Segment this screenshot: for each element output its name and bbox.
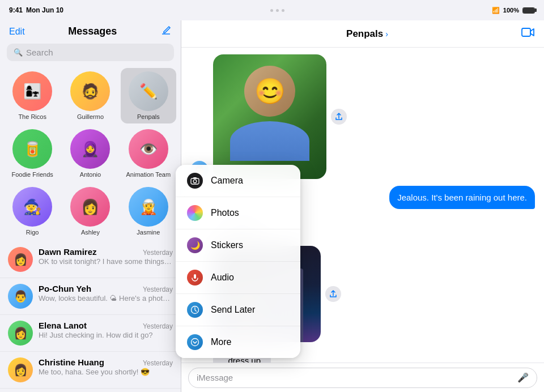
svg-point-7 — [192, 339, 199, 346]
pinned-label-rigo: Rigo — [26, 229, 39, 236]
pinned-label-foodie: Foodie Friends — [11, 171, 53, 178]
pinned-item-guillermo[interactable]: 🧔 Guillermo — [62, 68, 118, 123]
popup-menu: Camera Photos 🌙 Stickers Audio Send — [176, 165, 300, 358]
popup-item-more[interactable]: More — [176, 326, 300, 358]
battery-icon — [522, 7, 535, 14]
audio-icon — [187, 270, 203, 286]
stickers-label: Stickers — [211, 240, 243, 250]
share-photo-button-2[interactable] — [325, 286, 341, 302]
conv-name-dawn: Dawn Ramirez — [39, 247, 97, 257]
status-right: 📶 100% — [492, 7, 535, 14]
mic-icon[interactable]: 🎤 — [517, 372, 529, 383]
bubble-outgoing-1: Jealous. It's been raining out here. — [389, 186, 535, 209]
photos-label: Photos — [211, 208, 239, 218]
search-placeholder: Search — [26, 48, 53, 57]
message-person-photo: 👨 😊 — [190, 54, 535, 179]
pinned-label-ashley: Ashley — [81, 229, 100, 236]
popup-item-sendlater[interactable]: Send Later — [176, 294, 300, 326]
conv-time-dawn: Yesterday — [143, 249, 173, 257]
more-icon — [187, 334, 203, 350]
conv-time-pochun: Yesterday — [143, 286, 173, 293]
dot3 — [282, 9, 284, 12]
battery-level: 100% — [503, 7, 519, 14]
search-icon: 🔍 — [14, 48, 23, 57]
pinned-contacts-grid: 👩‍👧 The Ricos 🧔 Guillermo ✏️ Penpals 🥫 — [0, 66, 181, 241]
pinned-item-rigo[interactable]: 🧙 Rigo — [5, 184, 60, 239]
pinned-item-ricos[interactable]: 👩‍👧 The Ricos — [5, 68, 60, 123]
status-bar: 9:41 Mon Jun 10 📶 100% — [0, 0, 544, 20]
conv-name-christine: Christine Huang — [39, 357, 104, 367]
sendlater-icon — [187, 302, 203, 318]
conv-item-christine[interactable]: 👩 Christine Huang Yesterday Me too, haha… — [0, 352, 181, 389]
conv-preview-elena: Hi! Just checking in. How did it go? — [39, 331, 173, 339]
chat-title-group[interactable]: Penpals › — [346, 28, 388, 40]
pinned-label-jasmine: Jasmine — [137, 229, 160, 236]
svg-rect-3 — [193, 177, 197, 179]
conv-name-pochun: Po-Chun Yeh — [39, 284, 91, 293]
svg-rect-1 — [191, 178, 199, 184]
status-center — [270, 9, 284, 12]
conversation-list: 👩 Dawn Ramirez Yesterday OK to visit ton… — [0, 241, 181, 392]
pinned-label-ricos: The Ricos — [18, 113, 46, 120]
pinned-item-antonio[interactable]: 🧕 Antonio — [62, 126, 118, 181]
status-time: 9:41 — [9, 6, 23, 14]
popup-item-camera[interactable]: Camera — [176, 165, 300, 197]
search-bar[interactable]: 🔍 Search — [7, 44, 174, 61]
svg-point-2 — [193, 180, 197, 183]
svg-rect-4 — [194, 274, 196, 279]
stickers-icon: 🌙 — [187, 237, 203, 253]
conv-item-dawn[interactable]: 👩 Dawn Ramirez Yesterday OK to visit ton… — [0, 241, 181, 278]
pinned-item-jasmine[interactable]: 🧝 Jasmine — [121, 184, 176, 239]
chat-header: Penpals › — [181, 20, 544, 48]
share-photo-button-1[interactable] — [331, 109, 347, 125]
conv-item-pochun[interactable]: 👨 Po-Chun Yeh Yesterday Wow, looks beaut… — [0, 278, 181, 315]
sendlater-label: Send Later — [211, 305, 255, 315]
conv-preview-dawn: OK to visit tonight? I have some things … — [39, 257, 173, 266]
status-left: 9:41 Mon Jun 10 — [9, 6, 63, 14]
audio-label: Audio — [211, 272, 234, 283]
photos-icon — [187, 205, 203, 221]
pinned-item-animation[interactable]: 👁️ Animation Team — [121, 126, 176, 181]
pinned-label-guillermo: Guillermo — [77, 113, 104, 120]
sidebar-header: Edit Messages — [0, 20, 181, 40]
conv-time-christine: Yesterday — [143, 359, 173, 367]
pinned-item-foodie[interactable]: 🥫 Foodie Friends — [5, 126, 60, 181]
imessage-input[interactable]: iMessage 🎤 — [188, 368, 537, 388]
input-bar: iMessage 🎤 — [181, 363, 544, 392]
pinned-item-penpals[interactable]: ✏️ Penpals — [121, 68, 176, 123]
dot2 — [276, 9, 279, 12]
camera-icon — [187, 173, 203, 189]
photo-message-person: 😊 — [213, 54, 326, 179]
chat-chevron-icon: › — [385, 29, 388, 39]
more-label: More — [211, 337, 231, 347]
pinned-item-ashley[interactable]: 👩 Ashley — [62, 184, 118, 239]
popup-item-audio[interactable]: Audio — [176, 262, 300, 294]
wifi-icon: 📶 — [492, 7, 500, 14]
status-date: Mon Jun 10 — [26, 6, 63, 14]
edit-button[interactable]: Edit — [9, 27, 25, 37]
svg-rect-0 — [522, 28, 530, 36]
chat-title: Penpals — [346, 28, 383, 40]
pinned-label-antonio: Antonio — [80, 171, 101, 178]
popup-item-photos[interactable]: Photos — [176, 197, 300, 229]
conv-item-magico[interactable]: 🧑 Magico Martinez Yesterday — [0, 389, 181, 392]
sidebar-title: Messages — [25, 25, 160, 37]
conv-time-elena: Yesterday — [143, 322, 173, 330]
imessage-placeholder: iMessage — [197, 373, 233, 382]
sidebar: Edit Messages 🔍 Search 👩‍👧 The Ricos — [0, 20, 181, 392]
dot1 — [270, 9, 273, 12]
conv-name-elena: Elena Lanot — [39, 321, 87, 330]
conv-item-elena[interactable]: 👩 Elena Lanot Yesterday Hi! Just checkin… — [0, 315, 181, 352]
video-call-button[interactable] — [521, 27, 535, 40]
pinned-label-penpals: Penpals — [137, 113, 160, 120]
conv-preview-christine: Me too, haha. See you shortly! 😎 — [39, 368, 173, 376]
pinned-label-animation: Animation Team — [126, 171, 171, 178]
camera-label: Camera — [211, 176, 243, 186]
conv-preview-pochun: Wow, looks beautiful. 🌤 Here's a photo o… — [39, 294, 173, 302]
popup-item-stickers[interactable]: 🌙 Stickers — [176, 229, 300, 262]
compose-button[interactable] — [160, 25, 172, 38]
